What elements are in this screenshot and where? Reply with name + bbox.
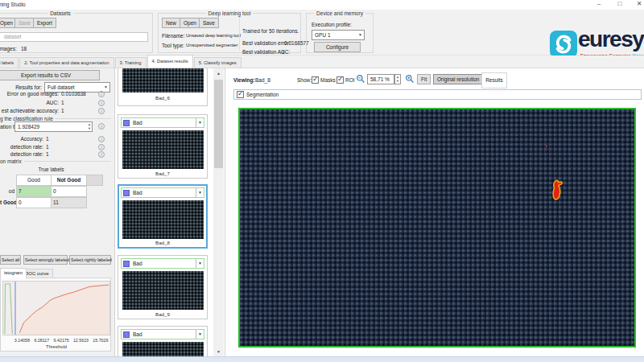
info-icon[interactable]: i — [98, 100, 105, 106]
show-label: Show: — [297, 77, 312, 83]
thumbnail-item[interactable]: Bad_6 — [118, 68, 208, 106]
label-dropdown[interactable]: Bad ▼ — [121, 258, 204, 269]
matrix-cell-good-notgood[interactable]: 0 — [51, 186, 87, 197]
thumbnail-caption: Bad_8 — [119, 240, 206, 245]
spinner-arrows-icon[interactable]: ▲▼ — [88, 122, 91, 130]
chevron-down-icon[interactable]: ▼ — [196, 259, 204, 268]
tool-save-button[interactable]: Save — [199, 18, 219, 28]
x-tick-label: 6.28117 — [34, 338, 49, 343]
scrollbar-thumb[interactable] — [214, 80, 223, 168]
label-dropdown[interactable]: Bad ▼ — [121, 117, 204, 128]
tab-tool-properties[interactable]: 2. Tool properties and data augmentation — [19, 57, 114, 68]
thumbnail-caption: Bad_6 — [118, 95, 207, 101]
roi-label: ROI — [345, 77, 355, 83]
thumbnail-image[interactable] — [122, 271, 204, 310]
tab-histogram[interactable]: istogram — [0, 268, 27, 278]
tool-open-button[interactable]: Open — [180, 18, 200, 28]
tool-new-button[interactable]: New — [162, 18, 180, 28]
thumbnail-item[interactable]: Bad ▼ — [118, 326, 208, 356]
tool-group: Deep learning tool New Open Save Filenam… — [158, 13, 301, 53]
chevron-down-icon[interactable]: ▼ — [196, 188, 204, 197]
thumbnail-image[interactable] — [122, 342, 204, 356]
best-error-label: Best validation error: — [242, 40, 291, 46]
zoom-out-icon[interactable] — [355, 74, 366, 85]
info-icon[interactable]: i — [98, 151, 105, 158]
x-tick-label: 12.5623 — [73, 338, 89, 343]
maximize-button[interactable]: □ — [613, 0, 626, 9]
dataset-save-button[interactable]: Save — [14, 18, 35, 28]
scroll-down-icon[interactable]: ▼ — [213, 347, 224, 356]
label-value: Bad — [133, 120, 142, 125]
zoom-spinner[interactable]: ▲▼ — [394, 74, 401, 84]
tab-classify-images[interactable]: 5. Classify images — [194, 57, 242, 68]
fit-button[interactable]: Fit — [417, 74, 431, 84]
error-good-images-label: Error on good images: — [0, 91, 59, 97]
dataset-name-field[interactable]: dataset — [0, 32, 148, 42]
tool-group-divider — [239, 17, 240, 51]
minimize-button[interactable]: – — [592, 0, 605, 9]
x-tick-label: 3.14058 — [14, 338, 30, 343]
matrix-corner-cell — [86, 175, 103, 186]
defect-blob — [553, 180, 562, 200]
masks-checkbox[interactable]: ✓ — [312, 76, 319, 84]
configure-button[interactable]: Configure — [314, 42, 361, 52]
best-achievable-accuracy-label: est achievable accuracy: — [0, 108, 59, 113]
matrix-cell-good-good[interactable]: 7 — [16, 186, 52, 197]
info-icon[interactable]: i — [98, 91, 105, 97]
dataset-count-value: 18 — [21, 46, 27, 51]
info-icon[interactable]: i — [98, 108, 105, 114]
good-detection-rate-value: 1 — [46, 144, 49, 150]
close-button[interactable]: ✕ — [633, 0, 644, 9]
chevron-down-icon[interactable]: ▼ — [196, 330, 204, 339]
dataset-export-button[interactable]: Export — [33, 18, 56, 28]
filename-label: Filename: — [162, 33, 185, 39]
trained-status: Trained for 50 iterations. — [242, 28, 299, 34]
check-icon: ✓ — [337, 76, 344, 83]
spinner-arrows-icon[interactable]: ▲▼ — [396, 75, 399, 83]
original-resolution-button[interactable]: Original resolution — [433, 74, 483, 84]
classification-threshold-spinner[interactable]: 1.928429 ▲▼ — [14, 121, 93, 132]
chevron-down-icon[interactable]: ▼ — [196, 118, 204, 127]
thumbnail-caption: Bad_7 — [118, 171, 207, 176]
thumbnail-item[interactable]: Bad ▼ Bad_7 — [118, 114, 208, 179]
select-all-button[interactable]: Select all — [0, 255, 21, 265]
info-icon[interactable]: i — [98, 144, 105, 150]
matrix-cell-notgood-notgood[interactable]: 11 — [51, 197, 87, 208]
select-rightly-labeled-button[interactable]: Select rightly labeled — [69, 255, 111, 265]
image-viewer: Viewing: Bad_8 Show: ✓ Masks ✓ ROI 58,71… — [225, 68, 644, 356]
thumbnail-image[interactable] — [122, 200, 204, 239]
tab-training[interactable]: 3. Training — [115, 57, 147, 68]
thumbnail-image[interactable] — [122, 130, 204, 169]
label-dropdown[interactable]: Bad ▼ — [121, 187, 204, 198]
zoom-in-icon[interactable] — [404, 74, 415, 85]
select-wrongly-labeled-button[interactable]: Select wrongly labeled — [23, 255, 68, 265]
segmentation-checkbox[interactable]: ✓ — [237, 91, 244, 98]
accuracy-value: 1 — [46, 136, 49, 142]
matrix-cell-notgood-good[interactable]: 0 — [16, 197, 52, 208]
tab-dataset-results[interactable]: 4. Dataset results — [147, 55, 193, 68]
tab-results[interactable]: Results — [481, 72, 507, 88]
zoom-percent-field[interactable]: 58,71 % — [367, 74, 394, 84]
thumbnail-scrollbar[interactable]: ▲ ▼ — [213, 68, 224, 356]
dataset-count-label: images: — [0, 46, 17, 51]
thumbnail-caption: Bad_9 — [118, 311, 207, 317]
thumbnail-item-selected[interactable]: Bad ▼ Bad_8 — [118, 184, 208, 249]
thumbnail-image[interactable] — [122, 68, 204, 93]
viewing-value: Bad_8 — [255, 77, 270, 83]
thumbnail-item[interactable]: Bad ▼ Bad_9 — [118, 255, 208, 319]
label-dropdown[interactable]: Bad ▼ — [121, 329, 204, 339]
execution-profile-select[interactable]: GPU 1▼ — [312, 30, 365, 40]
tab-images-and-labels[interactable]: nd labels — [0, 57, 19, 68]
histogram-plot[interactable] — [2, 281, 110, 335]
export-results-button[interactable]: Export results to CSV — [0, 70, 100, 80]
main-image[interactable] — [238, 108, 636, 348]
roi-checkbox[interactable]: ✓ — [336, 76, 344, 84]
masks-label: Masks — [320, 77, 336, 83]
title-bar: rning Studio – □ ✕ — [0, 0, 644, 10]
tooltype-label: Tool type: — [162, 43, 184, 48]
results-panel: Export results to CSV Results for: Full … — [0, 68, 114, 356]
info-icon[interactable]: i — [98, 123, 105, 130]
info-icon[interactable]: i — [98, 136, 105, 142]
main-tab-bar: nd labels 2. Tool properties and data au… — [0, 56, 644, 68]
scroll-up-icon[interactable]: ▲ — [213, 68, 224, 78]
